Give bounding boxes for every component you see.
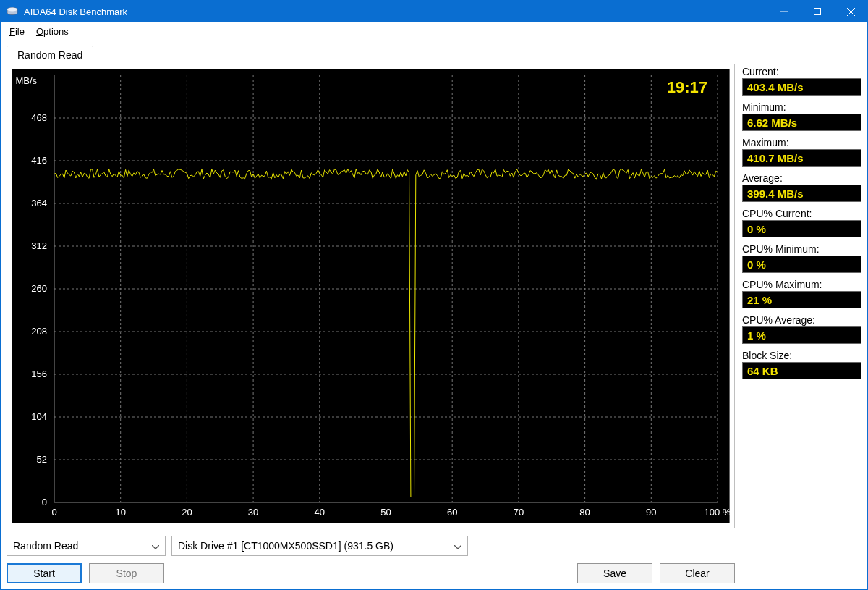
- menu-options-accel: O: [36, 26, 43, 37]
- svg-text:100 %: 100 %: [705, 507, 731, 518]
- svg-text:40: 40: [315, 507, 325, 518]
- svg-text:30: 30: [248, 507, 258, 518]
- average-label: Average:: [742, 172, 861, 184]
- menu-file-accel: F: [9, 26, 15, 37]
- chevron-down-icon: [145, 540, 159, 552]
- svg-text:60: 60: [447, 507, 457, 518]
- svg-text:0: 0: [51, 507, 56, 518]
- clear-label: Clear: [685, 568, 709, 579]
- test-type-dropdown[interactable]: Random Read: [7, 536, 166, 556]
- svg-text:MB/s: MB/s: [15, 75, 37, 86]
- svg-rect-3: [814, 9, 821, 15]
- menu-file[interactable]: File: [5, 24, 29, 39]
- menu-file-rest: ile: [15, 26, 25, 37]
- block-size-label: Block Size:: [742, 350, 861, 361]
- stop-button[interactable]: Stop: [89, 563, 164, 583]
- maximum-label: Maximum:: [742, 137, 861, 148]
- svg-text:156: 156: [31, 368, 47, 379]
- svg-text:364: 364: [31, 198, 47, 208]
- save-button[interactable]: Save: [577, 563, 652, 583]
- start-button[interactable]: Start: [7, 563, 82, 583]
- svg-point-1: [7, 8, 17, 12]
- save-label: Save: [603, 568, 626, 579]
- menubar: File Options: [1, 22, 867, 41]
- tab-random-read[interactable]: Random Read: [7, 46, 93, 64]
- chevron-down-icon: [447, 540, 461, 552]
- svg-text:260: 260: [31, 283, 47, 294]
- stats-panel: Current: 403.4 MB/s Minimum: 6.62 MB/s M…: [742, 46, 861, 583]
- block-size-value: 64 KB: [742, 362, 861, 379]
- drive-dropdown[interactable]: Disk Drive #1 [CT1000MX500SSD1] (931.5 G…: [171, 536, 468, 556]
- menu-options[interactable]: Options: [32, 24, 73, 39]
- app-icon: [7, 7, 18, 16]
- svg-text:70: 70: [514, 507, 524, 518]
- window-title: AIDA64 Disk Benchmark: [24, 7, 767, 17]
- svg-text:80: 80: [579, 507, 590, 518]
- stop-label: Stop: [116, 568, 137, 579]
- chart-timer: 19:17: [667, 78, 707, 97]
- test-type-value: Random Read: [13, 540, 78, 552]
- svg-text:312: 312: [31, 240, 47, 251]
- svg-text:0: 0: [42, 497, 47, 507]
- minimize-button[interactable]: [767, 1, 801, 22]
- cpu-maximum-value: 21 %: [742, 291, 861, 308]
- start-label: Start: [33, 568, 55, 579]
- close-button[interactable]: [834, 1, 867, 22]
- svg-text:20: 20: [182, 507, 192, 518]
- maximum-value: 410.7 MB/s: [742, 149, 861, 167]
- cpu-average-label: CPU% Average:: [742, 314, 861, 326]
- minimum-label: Minimum:: [742, 101, 861, 113]
- svg-text:90: 90: [646, 507, 656, 518]
- chart-frame: MB/s052104156208260312364416468010203040…: [7, 64, 735, 528]
- drive-value: Disk Drive #1 [CT1000MX500SSD1] (931.5 G…: [178, 540, 393, 552]
- clear-button[interactable]: Clear: [660, 563, 735, 583]
- svg-text:208: 208: [31, 326, 47, 337]
- current-value: 403.4 MB/s: [742, 78, 861, 96]
- svg-text:52: 52: [37, 454, 47, 465]
- average-value: 399.4 MB/s: [742, 185, 861, 202]
- svg-text:104: 104: [31, 411, 47, 422]
- maximize-button[interactable]: [801, 1, 834, 22]
- svg-text:50: 50: [380, 507, 391, 518]
- chart-svg: MB/s052104156208260312364416468010203040…: [12, 69, 731, 524]
- titlebar[interactable]: AIDA64 Disk Benchmark: [1, 1, 867, 22]
- svg-text:10: 10: [115, 507, 125, 518]
- menu-options-rest: ptions: [43, 26, 69, 37]
- cpu-minimum-value: 0 %: [742, 256, 861, 273]
- svg-text:468: 468: [31, 112, 47, 123]
- svg-text:416: 416: [31, 155, 47, 166]
- minimum-value: 6.62 MB/s: [742, 114, 861, 131]
- cpu-current-label: CPU% Current:: [742, 208, 861, 219]
- cpu-minimum-label: CPU% Minimum:: [742, 243, 861, 255]
- cpu-maximum-label: CPU% Maximum:: [742, 279, 861, 290]
- tab-strip: Random Read: [7, 46, 735, 64]
- cpu-current-value: 0 %: [742, 220, 861, 237]
- chart: MB/s052104156208260312364416468010203040…: [12, 69, 730, 523]
- current-label: Current:: [742, 66, 861, 77]
- cpu-average-value: 1 %: [742, 326, 861, 344]
